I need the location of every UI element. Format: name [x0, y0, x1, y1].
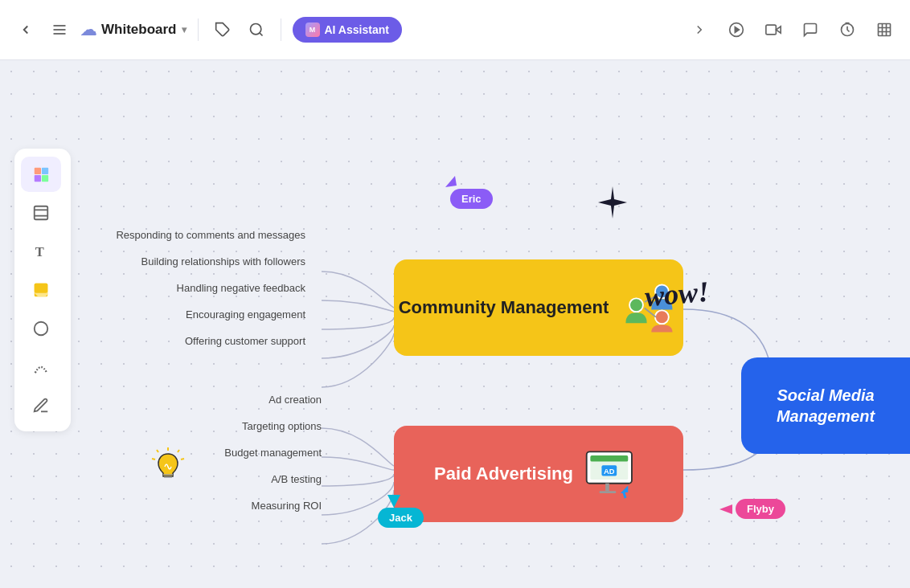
ad-icon: AD	[583, 444, 643, 504]
lightbulb-decoration	[149, 446, 187, 492]
sparkle-icon	[595, 185, 630, 220]
paid-ad-items: Ad creation Targeting options Budget man…	[96, 394, 322, 526]
left-sidebar: T	[14, 149, 71, 431]
community-item-4: Encouraging engagement	[80, 308, 305, 321]
sidebar-item-shapes[interactable]	[21, 311, 61, 346]
svg-marker-40	[445, 176, 457, 187]
svg-line-34	[178, 450, 179, 452]
svg-point-4	[250, 24, 260, 35]
community-item-3: Handling negative feedback	[80, 282, 305, 294]
svg-line-36	[152, 459, 155, 459]
menu-button[interactable]	[47, 17, 72, 43]
canvas[interactable]: T	[0, 60, 910, 588]
jack-cursor-arrow	[386, 493, 402, 509]
community-node-label: Community Management	[399, 297, 609, 318]
community-items: Responding to comments and messages Buil…	[80, 229, 305, 361]
paid-item-3: Budget management	[96, 447, 322, 459]
svg-rect-7	[766, 25, 777, 35]
flyby-cursor: Flyby	[719, 499, 785, 519]
paid-item-5: Measuring ROI	[96, 500, 322, 512]
toolbar-left: ☁ Whiteboard ▾ M AI Assistant	[13, 17, 680, 43]
divider	[198, 18, 199, 41]
svg-point-22	[629, 298, 643, 312]
community-management-node[interactable]: Community Management	[394, 259, 683, 356]
svg-line-37	[157, 450, 158, 452]
svg-rect-28	[590, 455, 628, 462]
timer-button[interactable]	[834, 17, 860, 43]
lightbulb-icon	[149, 446, 187, 484]
ai-assistant-button[interactable]: M AI Assistant	[293, 17, 402, 43]
community-item-5: Offering customer support	[80, 335, 305, 347]
expand-button[interactable]	[687, 17, 712, 43]
sidebar-item-sticky[interactable]	[21, 272, 61, 308]
play-button[interactable]	[723, 17, 749, 43]
svg-marker-6	[735, 27, 739, 33]
sparkle-decoration	[595, 185, 630, 228]
svg-rect-13	[42, 175, 48, 182]
social-node-label: Social MediaManagement	[764, 385, 887, 427]
svg-line-35	[181, 459, 184, 459]
community-item-2: Building relationships with followers	[80, 255, 305, 267]
svg-text:T: T	[35, 244, 44, 259]
paid-item-4: A/B testing	[96, 473, 322, 485]
jack-cursor: Jack	[378, 508, 424, 528]
title-text: Whiteboard	[101, 22, 177, 38]
svg-rect-12	[35, 175, 41, 182]
chart-button[interactable]	[871, 17, 897, 43]
chevron-down-icon: ▾	[182, 24, 187, 35]
eric-cursor: Eric	[450, 189, 493, 209]
back-button[interactable]	[13, 17, 39, 43]
divider2	[281, 18, 281, 41]
search-button[interactable]	[244, 17, 269, 43]
flyby-cursor-arrow	[719, 503, 732, 516]
tag-button[interactable]	[210, 17, 236, 43]
svg-marker-42	[719, 504, 732, 514]
chat-button[interactable]	[797, 17, 823, 43]
sidebar-item-text[interactable]: T	[21, 234, 61, 269]
paid-item-1: Ad creation	[96, 394, 322, 406]
social-media-node[interactable]: Social MediaManagement	[741, 357, 910, 454]
toolbar-right	[687, 17, 897, 43]
svg-rect-11	[42, 168, 48, 174]
svg-rect-32	[600, 491, 617, 493]
jack-label: Jack	[378, 508, 424, 528]
wow-decoration: wow!	[643, 275, 710, 314]
svg-rect-19	[35, 284, 48, 293]
svg-text:AD: AD	[604, 467, 615, 475]
svg-rect-10	[35, 168, 41, 174]
svg-marker-41	[387, 495, 400, 508]
cloud-icon: ☁	[80, 20, 96, 39]
paid-node-label: Paid Advertising	[434, 463, 573, 484]
sidebar-item-frame[interactable]	[21, 195, 61, 231]
toolbar: ☁ Whiteboard ▾ M AI Assistant	[0, 0, 910, 60]
sidebar-item-pen[interactable]	[21, 388, 61, 423]
paid-advertising-node[interactable]: Paid Advertising AD	[394, 426, 683, 522]
ai-button-label: AI Assistant	[325, 23, 389, 36]
eric-label: Eric	[450, 189, 493, 209]
svg-rect-14	[35, 206, 48, 220]
sidebar-item-sticky-notes[interactable]	[21, 157, 61, 192]
svg-rect-31	[605, 483, 609, 490]
eric-cursor-arrow	[444, 173, 460, 189]
svg-point-20	[35, 322, 48, 336]
community-item-1: Responding to comments and messages	[80, 229, 305, 241]
ai-logo: M	[305, 22, 320, 37]
flyby-label: Flyby	[736, 499, 785, 519]
paid-item-2: Targeting options	[96, 420, 322, 432]
present-button[interactable]	[760, 17, 786, 43]
svg-rect-9	[879, 24, 891, 36]
sidebar-item-connector[interactable]	[21, 349, 61, 385]
whiteboard-title[interactable]: ☁ Whiteboard ▾	[80, 20, 187, 39]
